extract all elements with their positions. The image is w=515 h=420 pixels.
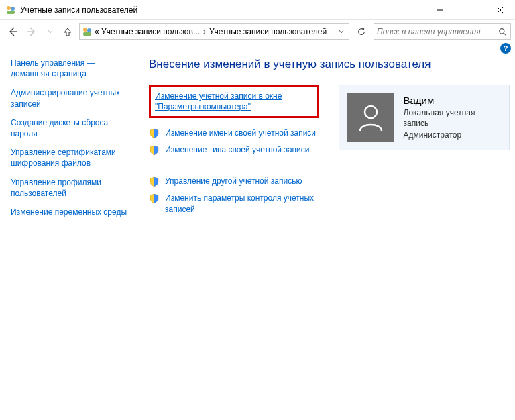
search-icon[interactable] [497, 28, 508, 36]
window-controls [424, 0, 515, 19]
help-icon[interactable]: ? [500, 43, 511, 54]
shield-icon [149, 145, 160, 156]
sidebar: Панель управления — домашняя страница Ад… [11, 55, 131, 225]
titlebar: Учетные записи пользователей [0, 0, 515, 20]
sidebar-link-user-profiles[interactable]: Управление профилями пользователей [11, 177, 131, 199]
up-button[interactable] [60, 24, 75, 39]
task-gap [149, 161, 319, 176]
task-change-name: Изменение имени своей учетной записи [149, 127, 319, 139]
sidebar-link-env-vars[interactable]: Изменение переменных среды [11, 207, 131, 217]
sidebar-link-admin-accounts[interactable]: Администрирование учетных записей [11, 87, 131, 109]
main-content: Внесение изменений в учетную запись поль… [131, 55, 510, 225]
svg-point-14 [365, 106, 377, 118]
breadcrumb-segment[interactable]: « Учетные записи пользов... [95, 27, 200, 36]
user-name: Вадим [404, 95, 500, 106]
task-manage-other: Управление другой учетной записью [149, 176, 319, 187]
task-change-in-settings: Изменение учетной записи в окне "Парамет… [149, 85, 319, 118]
svg-rect-2 [7, 11, 15, 14]
user-tile: Вадим Локальная учетная запись Администр… [339, 85, 510, 150]
task-link[interactable]: Изменить параметры контроля учетных запи… [165, 193, 319, 214]
shield-icon [149, 193, 160, 204]
task-link[interactable]: Управление другой учетной записью [165, 176, 302, 187]
maximize-button[interactable] [455, 0, 485, 19]
svg-point-9 [83, 28, 87, 32]
content-row: Изменение учетной записи в окне "Парамет… [149, 85, 510, 220]
sidebar-link-encryption-certs[interactable]: Управление сертификатами шифрования файл… [11, 147, 131, 168]
avatar [347, 93, 394, 142]
search-input[interactable] [377, 27, 497, 36]
window-title: Учетные записи пользователей [20, 5, 424, 15]
chevron-down-icon[interactable] [335, 29, 347, 34]
svg-point-12 [499, 28, 504, 33]
breadcrumb-segment[interactable]: Учетные записи пользователей [209, 27, 327, 36]
history-dropdown-icon[interactable] [42, 23, 59, 40]
task-change-type: Изменение типа своей учетной записи [149, 144, 319, 156]
task-link[interactable]: Изменение типа своей учетной записи [165, 144, 309, 155]
svg-point-0 [7, 6, 11, 10]
svg-rect-4 [467, 7, 473, 13]
task-link[interactable]: Изменение учетной записи в окне "Парамет… [155, 91, 298, 112]
shield-icon [149, 128, 160, 139]
back-button[interactable] [4, 23, 21, 40]
svg-line-13 [504, 33, 506, 35]
close-button[interactable] [485, 0, 515, 19]
sidebar-link-home[interactable]: Панель управления — домашняя страница [11, 58, 131, 79]
task-uac-settings: Изменить параметры контроля учетных запи… [149, 193, 319, 214]
forward-button[interactable] [23, 23, 40, 40]
sidebar-link-password-reset-disk[interactable]: Создание дискеты сброса пароля [11, 117, 131, 139]
user-role: Администратор [404, 129, 500, 140]
user-accounts-icon [81, 25, 93, 38]
svg-rect-11 [83, 32, 91, 36]
svg-point-10 [87, 28, 91, 32]
navigation-toolbar: « Учетные записи пользов... › Учетные за… [0, 20, 515, 43]
svg-point-1 [11, 7, 15, 11]
chevron-right-icon[interactable]: › [200, 27, 209, 36]
user-account-type: Локальная учетная запись [404, 107, 500, 129]
shield-icon [149, 176, 160, 187]
body: Панель управления — домашняя страница Ад… [0, 55, 515, 225]
breadcrumb[interactable]: « Учетные записи пользов... › Учетные за… [79, 23, 349, 40]
page-title: Внесение изменений в учетную запись поль… [149, 58, 510, 71]
user-meta: Вадим Локальная учетная запись Администр… [404, 95, 500, 140]
search-box[interactable] [374, 23, 511, 40]
user-accounts-icon [5, 5, 16, 15]
minimize-button[interactable] [424, 0, 455, 19]
refresh-button[interactable] [353, 23, 369, 40]
task-link[interactable]: Изменение имени своей учетной записи [165, 127, 316, 138]
task-list: Изменение учетной записи в окне "Парамет… [149, 85, 319, 220]
help-row: ? [0, 43, 515, 55]
